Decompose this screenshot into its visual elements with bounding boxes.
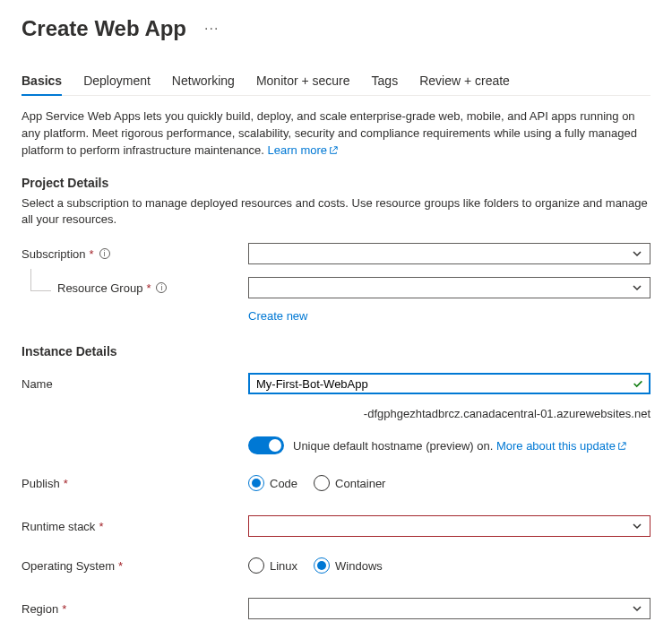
instance-details-heading: Instance Details (22, 344, 650, 358)
os-windows-radio[interactable]: Windows (314, 557, 383, 574)
toggle-label: Unique default hostname (preview) on. Mo… (293, 439, 626, 453)
radio-icon (314, 475, 330, 491)
chevron-down-icon (632, 521, 642, 531)
chevron-down-icon (632, 248, 642, 259)
radio-icon (248, 475, 264, 491)
publish-container-radio[interactable]: Container (314, 475, 385, 491)
os-radio-group: Linux Windows (248, 557, 650, 574)
required-indicator: * (118, 559, 123, 573)
publish-radio-group: Code Container (248, 475, 650, 491)
os-linux-radio[interactable]: Linux (248, 557, 297, 574)
domain-suffix: -dfgphgezhtadbrcz.canadacentral-01.azure… (248, 407, 650, 420)
name-input[interactable] (256, 377, 626, 391)
external-link-icon (617, 442, 626, 451)
required-indicator: * (90, 247, 94, 261)
publish-label: Publish * (22, 477, 248, 490)
more-about-update-link[interactable]: More about this update (496, 439, 626, 453)
chevron-down-icon (632, 603, 642, 614)
name-input-wrapper (248, 373, 650, 394)
info-icon[interactable]: i (99, 248, 110, 259)
radio-icon (314, 557, 330, 574)
learn-more-link[interactable]: Learn more (268, 143, 338, 157)
tab-tags[interactable]: Tags (372, 68, 399, 95)
create-new-resource-group-link[interactable]: Create new (248, 309, 307, 323)
publish-code-radio[interactable]: Code (248, 475, 297, 491)
operating-system-label: Operating System * (22, 559, 248, 573)
unique-hostname-toggle[interactable] (248, 436, 284, 454)
radio-icon (248, 557, 264, 574)
runtime-stack-label: Runtime stack * (22, 520, 248, 533)
tab-review-create[interactable]: Review + create (419, 68, 510, 95)
region-select[interactable] (248, 598, 650, 619)
intro-text: App Service Web Apps lets you quickly bu… (22, 108, 650, 160)
subscription-label: Subscription * i (22, 247, 248, 261)
tab-strip: Basics Deployment Networking Monitor + s… (22, 68, 650, 96)
required-indicator: * (62, 602, 66, 616)
tab-deployment[interactable]: Deployment (83, 68, 151, 95)
project-details-desc: Select a subscription to manage deployed… (22, 195, 650, 229)
tab-networking[interactable]: Networking (172, 68, 235, 95)
tab-basics[interactable]: Basics (22, 68, 62, 95)
subscription-select[interactable] (248, 243, 650, 264)
page-title: Create Web App (22, 16, 186, 41)
more-actions-button[interactable]: ··· (201, 17, 222, 40)
tab-monitor-secure[interactable]: Monitor + secure (256, 68, 350, 95)
chevron-down-icon (632, 282, 642, 293)
validation-check-icon (632, 377, 644, 390)
external-link-icon (329, 146, 338, 155)
resource-group-select[interactable] (248, 277, 650, 298)
required-indicator: * (99, 520, 103, 533)
region-label: Region * (22, 602, 248, 616)
name-label: Name (22, 377, 248, 391)
required-indicator: * (64, 477, 68, 490)
project-details-heading: Project Details (22, 176, 650, 190)
runtime-stack-select[interactable] (248, 515, 650, 537)
required-indicator: * (146, 281, 151, 295)
resource-group-label: Resource Group * i (22, 281, 248, 295)
info-icon[interactable]: i (156, 282, 167, 293)
